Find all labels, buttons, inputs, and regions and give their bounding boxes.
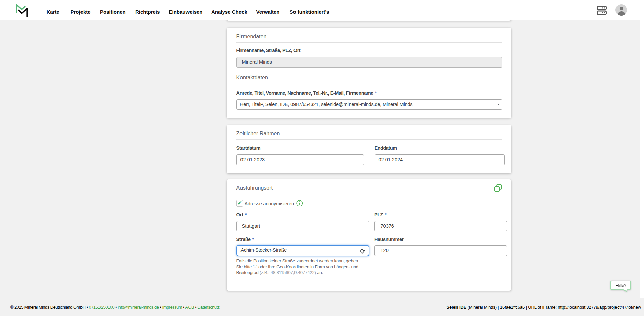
svg-text:Hilfe?: Hilfe? bbox=[616, 283, 627, 288]
